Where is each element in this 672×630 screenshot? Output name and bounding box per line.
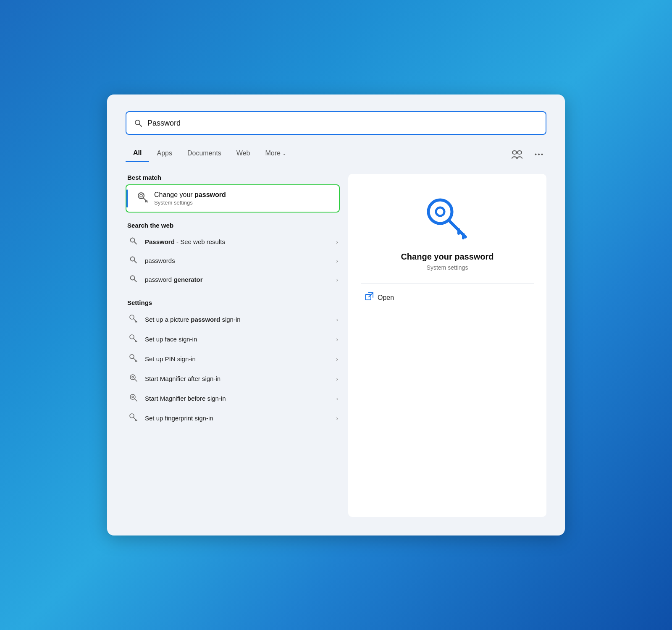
svg-line-32 — [135, 379, 137, 381]
svg-line-15 — [134, 261, 137, 263]
svg-point-30 — [130, 375, 135, 380]
chevron-right-icon-3: › — [336, 276, 338, 283]
key-icon-4 — [127, 413, 139, 423]
magnifier-icon-1 — [127, 373, 139, 384]
settings-result-picture-password[interactable]: Set up a picture password sign-in › — [126, 310, 340, 329]
right-panel-title: Change your password — [401, 252, 494, 262]
svg-point-8 — [140, 194, 142, 197]
chevron-right-icon-s4: › — [336, 375, 338, 382]
search-bar: Password — [126, 111, 546, 135]
open-button[interactable]: Open — [365, 292, 394, 303]
svg-point-33 — [130, 394, 135, 399]
tabs-row: All Apps Documents Web More ⌄ — [126, 147, 546, 162]
chevron-right-icon-s1: › — [336, 316, 338, 323]
search-web-icon-2 — [127, 256, 139, 265]
tab-more[interactable]: More ⌄ — [257, 147, 294, 162]
settings-section-label: Settings — [126, 299, 340, 306]
best-match-item[interactable]: Change your password System settings — [126, 184, 340, 213]
chevron-down-icon: ⌄ — [282, 150, 286, 156]
settings-text-5: Start Magnifier before sign-in — [145, 395, 336, 402]
settings-text-4: Start Magnifier after sign-in — [145, 375, 336, 382]
key-large-icon — [424, 195, 470, 243]
svg-rect-2 — [512, 151, 517, 154]
best-match-subtitle: System settings — [154, 200, 226, 206]
svg-point-31 — [132, 376, 134, 378]
settings-result-magnifier-before[interactable]: Start Magnifier before sign-in › — [126, 388, 340, 408]
settings-text-2: Set up face sign-in — [145, 336, 336, 343]
open-external-icon — [365, 292, 373, 303]
svg-point-41 — [436, 207, 444, 216]
key-icon-2 — [127, 334, 139, 344]
web-result-text-2: passwords — [145, 257, 336, 264]
chevron-right-icon-s2: › — [336, 336, 338, 343]
search-input[interactable]: Password — [147, 119, 538, 128]
settings-text-1: Set up a picture password sign-in — [145, 316, 336, 323]
svg-line-1 — [139, 124, 142, 126]
best-match-text: Change your password System settings — [154, 191, 226, 206]
main-content: Best match Change your password Sys — [126, 174, 546, 517]
best-match-title: Change your password — [154, 191, 226, 199]
tab-documents[interactable]: Documents — [180, 147, 229, 162]
magnifier-icon-2 — [127, 393, 139, 404]
search-icon — [134, 119, 142, 127]
settings-result-magnifier-after[interactable]: Start Magnifier after sign-in › — [126, 369, 340, 388]
web-section: Search the web Password - See web result… — [126, 222, 340, 289]
svg-line-13 — [134, 242, 137, 244]
divider — [361, 284, 534, 284]
tab-all[interactable]: All — [126, 147, 149, 162]
best-match-label: Best match — [126, 174, 340, 181]
settings-result-face[interactable]: Set up face sign-in › — [126, 329, 340, 349]
search-panel: Password All Apps Documents Web More ⌄ — [107, 94, 565, 536]
right-panel: Change your password System settings Ope… — [348, 174, 546, 517]
web-result-passwords[interactable]: passwords › — [126, 251, 340, 270]
settings-text-3: Set up PIN sign-in — [145, 355, 336, 362]
settings-section: Settings Set up a picture password sign-… — [126, 299, 340, 428]
tab-apps[interactable]: Apps — [149, 147, 179, 162]
svg-point-6 — [541, 154, 543, 155]
key-icon-1 — [127, 314, 139, 325]
svg-point-34 — [132, 396, 134, 398]
chevron-right-icon-s5: › — [336, 395, 338, 402]
chevron-right-icon-s3: › — [336, 356, 338, 362]
key-small-icon — [137, 192, 148, 205]
more-options-icon-button[interactable] — [531, 147, 546, 162]
web-section-label: Search the web — [126, 222, 340, 229]
svg-line-17 — [134, 280, 137, 282]
person-icon-button[interactable] — [509, 147, 525, 162]
right-panel-subtitle: System settings — [427, 264, 468, 271]
settings-text-6: Set up fingerprint sign-in — [145, 415, 336, 422]
web-result-generator[interactable]: password generator › — [126, 270, 340, 289]
web-result-text-1: Password - See web results — [145, 238, 336, 245]
web-result-password[interactable]: Password - See web results › — [126, 232, 340, 251]
open-label: Open — [378, 294, 394, 302]
chevron-right-icon-1: › — [336, 239, 338, 245]
settings-result-fingerprint[interactable]: Set up fingerprint sign-in › — [126, 408, 340, 428]
settings-result-pin[interactable]: Set up PIN sign-in › — [126, 349, 340, 369]
search-web-icon-3 — [127, 275, 139, 284]
tabs-container: All Apps Documents Web More ⌄ — [126, 147, 509, 162]
key-icon-3 — [127, 354, 139, 364]
svg-rect-3 — [517, 151, 522, 154]
search-web-icon-1 — [127, 237, 139, 247]
chevron-right-icon-2: › — [336, 257, 338, 264]
svg-point-5 — [538, 154, 540, 155]
svg-line-35 — [135, 399, 137, 401]
svg-point-4 — [535, 154, 537, 155]
tab-web[interactable]: Web — [229, 147, 258, 162]
left-panel: Best match Change your password Sys — [126, 174, 340, 517]
header-icons — [509, 147, 546, 162]
web-result-text-3: password generator — [145, 276, 336, 283]
chevron-right-icon-s6: › — [336, 415, 338, 422]
